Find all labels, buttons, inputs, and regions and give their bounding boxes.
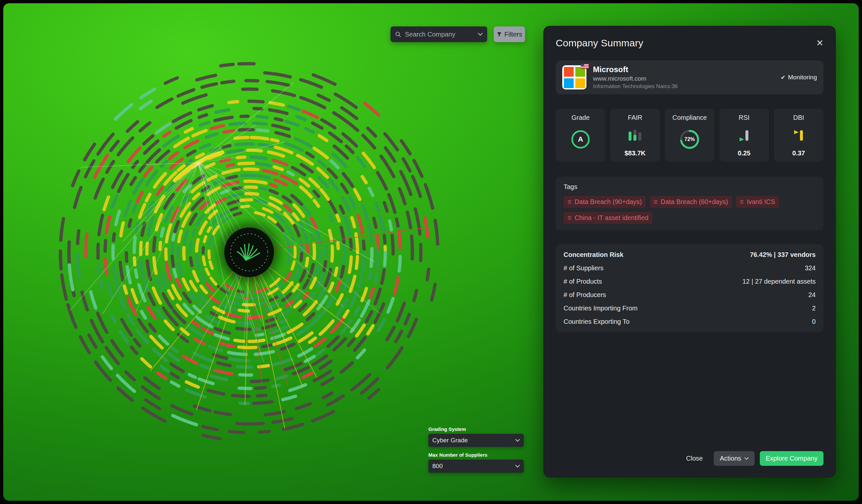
stat-label: Concentration Risk (564, 251, 623, 258)
tag-list-icon: ☰ (654, 199, 658, 205)
filters-button[interactable]: Filters (494, 26, 525, 42)
metric-label: Compliance (672, 114, 707, 121)
chevron-down-icon (744, 457, 749, 460)
metric-value: $83.7K (625, 149, 646, 157)
grade-value: A (578, 135, 583, 144)
panel-footer: Close Actions Explore Company (556, 451, 823, 466)
metric-card-compliance: Compliance 72% (665, 109, 715, 162)
company-summary-panel: Company Summary ✕ Microsoft (543, 26, 836, 478)
node-circle (224, 227, 274, 277)
chevron-down-icon (515, 465, 520, 468)
panel-header: Company Summary ✕ (556, 38, 823, 49)
metric-label: RSI (739, 114, 749, 121)
metric-card-rsi: RSI 0.25 (719, 109, 769, 162)
close-icon[interactable]: ✕ (816, 39, 823, 48)
tags-label: Tags (564, 183, 815, 191)
stat-label: Countries Importing From (564, 305, 638, 312)
microsoft-logo (562, 65, 586, 90)
tag-chip: ☰Ivanti ICS (736, 196, 779, 208)
check-icon: ✔ (781, 74, 785, 81)
dbi-indicator-icon (792, 128, 806, 143)
metric-card-grade: Grade A (556, 109, 605, 162)
stat-value: 2 (812, 305, 815, 312)
stat-value: 0 (812, 318, 815, 326)
monitoring-label: Monitoring (788, 74, 817, 81)
actions-label: Actions (720, 455, 741, 462)
stat-value: 24 (808, 291, 815, 299)
max-suppliers-label: Max Number of Suppliers (428, 452, 524, 457)
monitoring-badge: ✔ Monitoring (781, 74, 817, 81)
tag-list-icon: ☰ (567, 215, 572, 221)
center-company-node[interactable] (219, 222, 279, 282)
stat-row: Countries Importing From2 (564, 302, 815, 315)
bar-chart-icon (627, 128, 643, 143)
panel-title: Company Summary (556, 38, 643, 49)
funnel-icon (497, 32, 502, 37)
filters-label: Filters (505, 31, 522, 38)
metric-label: DBI (793, 114, 804, 121)
explore-company-button[interactable]: Explore Company (760, 451, 823, 466)
stat-value: 12 | 27 dependent assets (743, 278, 815, 285)
close-button[interactable]: Close (680, 451, 708, 466)
stat-row: Countries Exporting To0 (564, 315, 815, 328)
stat-value: 76.42% | 337 vendors (750, 251, 815, 258)
ms-logo-square-red (564, 67, 574, 77)
chevron-down-icon (515, 439, 520, 442)
metrics-row: Grade A FAIR $83.7K (556, 109, 823, 162)
stat-row: # of Suppliers324 (564, 262, 815, 275)
grading-system-select[interactable]: Cyber Grade (428, 434, 524, 447)
tag-chip: ☰China - IT asset identified (564, 212, 652, 224)
metric-label: FAIR (628, 114, 642, 121)
company-info: Microsoft www.microsoft.com Information … (593, 65, 678, 90)
screen: Search Company Filters Grading System Cy… (0, 0, 862, 504)
max-suppliers-select[interactable]: 800 (428, 460, 524, 473)
stat-label: # of Products (564, 278, 602, 285)
compliance-donut: 72% (679, 129, 700, 150)
compliance-value: 72% (679, 129, 700, 150)
us-flag-icon (581, 64, 589, 68)
metric-value: 0.37 (793, 149, 805, 157)
rsi-indicator-icon (737, 128, 751, 143)
stats-card: Concentration Risk76.42% | 337 vendors# … (556, 244, 823, 332)
tag-label: Data Breach (60+days) (661, 198, 728, 205)
chevron-down-icon (478, 33, 483, 36)
metric-card-dbi: DBI 0.37 (774, 109, 823, 162)
grading-system-value: Cyber Grade (432, 437, 468, 444)
stat-row: # of Producers24 (564, 288, 815, 302)
stat-row: # of Products12 | 27 dependent assets (564, 275, 815, 288)
graph-controls: Grading System Cyber Grade Max Number of… (428, 426, 524, 478)
tag-label: Ivanti ICS (747, 198, 775, 205)
max-suppliers-value: 800 (432, 463, 443, 470)
tag-label: China - IT asset identified (575, 214, 649, 222)
stat-value: 324 (805, 264, 815, 272)
tag-list-icon: ☰ (740, 199, 744, 205)
actions-button[interactable]: Actions (714, 451, 755, 466)
tag-label: Data Breach (90+days) (575, 198, 642, 205)
stat-row: Concentration Risk76.42% | 337 vendors (564, 248, 815, 262)
metric-card-fair: FAIR $83.7K (610, 109, 660, 162)
stat-label: # of Producers (564, 291, 606, 299)
company-name: Microsoft (593, 65, 678, 74)
company-website: www.microsoft.com (593, 75, 678, 82)
metric-value: 0.25 (738, 149, 750, 157)
tag-chip: ☰Data Breach (60+days) (650, 196, 732, 208)
company-industry: Information Technologies Naics:36 (593, 83, 678, 90)
tags-card: Tags ☰Data Breach (90+days)☰Data Breach … (556, 176, 823, 230)
ms-logo-square-yellow (575, 78, 585, 88)
tag-list-icon: ☰ (567, 199, 572, 205)
ms-logo-square-blue (564, 78, 574, 88)
company-card: Microsoft www.microsoft.com Information … (556, 61, 823, 94)
company-search-combobox[interactable]: Search Company (391, 26, 487, 42)
search-icon (395, 31, 401, 37)
tags-list: ☰Data Breach (90+days)☰Data Breach (60+d… (564, 196, 815, 224)
grading-system-label: Grading System (428, 426, 524, 432)
stat-label: # of Suppliers (564, 264, 603, 272)
tag-chip: ☰Data Breach (90+days) (564, 196, 646, 208)
grade-ring: A (571, 130, 590, 148)
search-placeholder: Search Company (405, 31, 456, 38)
metric-label: Grade (571, 114, 590, 121)
stat-label: Countries Exporting To (564, 318, 629, 326)
